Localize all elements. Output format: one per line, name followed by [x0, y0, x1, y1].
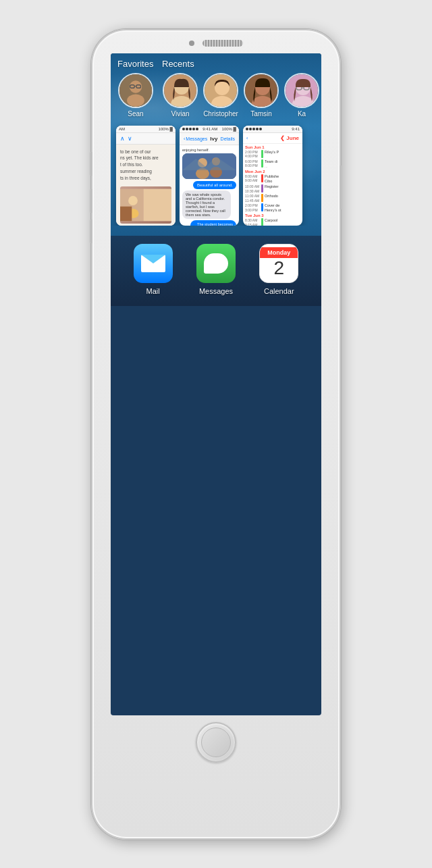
dock-label-calendar: Calendar	[264, 287, 294, 295]
svg-rect-26	[120, 207, 132, 222]
dock-area: Mail Messages Monday 2 Calendar	[111, 236, 321, 306]
dock-item-messages[interactable]: Messages	[196, 244, 236, 295]
home-button-inner	[201, 727, 231, 757]
cal-day-sun: Sun Jun 1	[245, 145, 300, 149]
msg-body: enjoying herself.	[180, 145, 239, 226]
svg-point-24	[128, 196, 138, 205]
messages-bubble	[204, 253, 228, 274]
carpool-label: Carpool	[265, 218, 277, 223]
recents-row: Vivian	[162, 73, 320, 118]
msg-text-enjoying: enjoying herself.	[182, 148, 236, 152]
cal-day-mon: Mon Jun 2	[245, 170, 300, 174]
cal-icon-date: 2	[274, 258, 285, 279]
calendar-icon: Monday 2	[259, 244, 298, 283]
contact-name-tamsin: Tamsin	[250, 110, 272, 118]
cal-back-button[interactable]: ‹	[246, 136, 248, 141]
iphone-top	[92, 30, 340, 47]
screen: Favorites	[111, 53, 321, 715]
notes-image	[120, 186, 171, 224]
msg-detail-button[interactable]: Details	[221, 136, 235, 141]
msg-bubble-beautiful: Beautiful all around.	[193, 181, 236, 189]
dock-item-calendar[interactable]: Monday 2 Calendar	[259, 244, 298, 295]
favorites-row: Sean	[117, 73, 154, 118]
contact-name-vivian: Vivian	[171, 110, 189, 118]
recents-section: Recents	[162, 59, 320, 118]
contact-item-tamsin[interactable]: Tamsin	[243, 73, 279, 118]
cal-body: Sun Jun 1 2:00 PM4:00 PM Riley's P 6:00 …	[243, 144, 302, 226]
cal-event-rileys: 2:00 PM4:00 PM Riley's P	[245, 150, 300, 159]
notes-nav: ∧ ∨	[116, 133, 176, 145]
contact-name-sean: Sean	[128, 110, 143, 118]
home-button[interactable]	[196, 722, 236, 763]
contact-name-christopher: Christopher	[203, 110, 238, 118]
notes-text: to be one of ourns yet. The kids aret of…	[120, 149, 171, 182]
app-card-messages[interactable]: 9:41 AM 100% ▓ ‹ Messages Ivy Details en…	[180, 126, 239, 226]
cal-header: ‹ ❮ June	[243, 133, 302, 144]
cal-icon-day-name: Monday	[260, 247, 298, 258]
msg-bubble-student: The student becomes the teacher. And vic…	[190, 220, 236, 226]
msg-contact-name: Ivy	[210, 136, 217, 142]
cal-event-cover: 2:00 PM3:00 PM Cover deHenry's ot	[245, 203, 300, 213]
mail-envelope	[141, 255, 165, 272]
contact-item-vivian[interactable]: Vivian	[162, 73, 198, 118]
recents-label: Recents	[162, 59, 320, 69]
dock-label-messages: Messages	[199, 287, 233, 295]
cal-month-label: ❮ June	[280, 135, 299, 141]
msg-header: ‹ Messages Ivy Details	[180, 133, 239, 145]
contact-item-christopher[interactable]: Christopher	[202, 73, 239, 118]
cal-status-bar: 9:41	[243, 126, 302, 133]
notes-status-bar: AM 100% ▓	[116, 126, 176, 133]
multitask-area: Favorites	[111, 53, 321, 236]
dock-label-mail: Mail	[146, 287, 160, 295]
camera-dot	[189, 41, 194, 46]
cal-event-publishe: 8:00 AM9:00 AM PublisheCibo	[245, 174, 300, 184]
contacts-bar: Favorites	[111, 53, 321, 120]
contact-name-ka: Ka	[298, 110, 306, 118]
speaker-grille	[202, 40, 243, 47]
app-card-notes[interactable]: AM 100% ▓ ∧ ∨ to be one of ourns yet. Th…	[116, 126, 176, 226]
svg-point-1	[130, 80, 142, 93]
notes-body: to be one of ourns yet. The kids aret of…	[116, 145, 176, 226]
mail-icon	[134, 244, 173, 283]
favorites-section: Favorites	[117, 59, 154, 118]
msg-back-button[interactable]: ‹ Messages	[184, 136, 207, 141]
iphone-frame: Favorites	[91, 29, 341, 840]
dock-item-mail[interactable]: Mail	[134, 244, 173, 295]
cal-day-tue: Tue Jun 3	[245, 213, 300, 218]
contact-item-ka[interactable]: Ka	[284, 73, 320, 118]
favorites-label: Favorites	[117, 59, 154, 69]
app-cards: AM 100% ▓ ∧ ∨ to be one of ourns yet. Th…	[111, 120, 321, 226]
svg-rect-23	[144, 189, 171, 222]
avatar-sean	[118, 73, 153, 108]
msg-bubble-whale: We saw whale spouts and a California con…	[182, 190, 231, 219]
cal-event-carpool: 8:30 AM9:15 AM Carpool	[245, 218, 300, 225]
cal-event-register: 10:00 AM10:30 AM Register	[245, 184, 300, 193]
cal-event-team: 6:00 PM8:00 PM Team di...	[245, 159, 300, 169]
cal-event-orthodo: 11:00 AM11:45 AM Orthodo	[245, 194, 300, 203]
app-card-calendar[interactable]: 9:41 ‹ ❮ June Sun Jun 1 2:00 PM4:00 P	[243, 126, 302, 226]
svg-point-2	[127, 94, 144, 106]
msg-photo	[182, 153, 236, 179]
msg-status-bar: 9:41 AM 100% ▓	[180, 126, 239, 133]
contact-item-sean[interactable]: Sean	[117, 73, 154, 118]
messages-icon	[196, 244, 236, 283]
